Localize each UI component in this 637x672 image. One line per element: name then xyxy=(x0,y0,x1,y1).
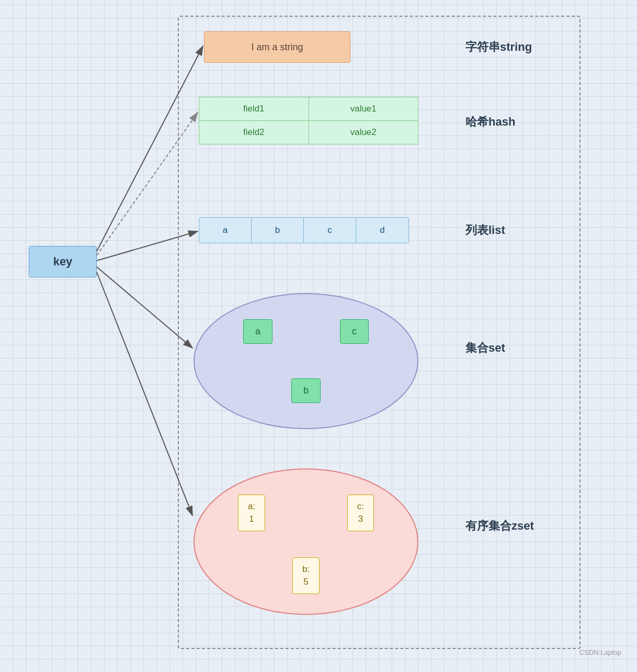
string-type-label: 字符串string xyxy=(465,39,532,55)
set-ellipse: a c b xyxy=(194,293,418,429)
zset-type-label: 有序集合zset xyxy=(465,518,534,534)
string-value: I am a string xyxy=(251,42,303,53)
hash-table: field1 value1 field2 value2 xyxy=(199,97,418,144)
hash-field-1: field1 xyxy=(199,97,309,120)
hash-row-2: field2 value2 xyxy=(199,121,418,144)
set-item-b: b xyxy=(291,378,321,403)
zset-ellipse: a: 1 c: 3 b: 5 xyxy=(194,468,418,615)
key-label: key xyxy=(53,255,73,268)
hash-field-2: field2 xyxy=(199,121,309,144)
set-type-label: 集合set xyxy=(465,340,505,356)
set-inner: a c b xyxy=(238,309,374,413)
string-box: I am a string xyxy=(204,31,350,63)
watermark: CSDN:Laptop xyxy=(579,648,621,656)
zset-item-a: a: 1 xyxy=(238,495,265,531)
key-box: key xyxy=(29,246,97,277)
zset-inner: a: 1 c: 3 b: 5 xyxy=(235,487,377,597)
hash-value-1: value1 xyxy=(309,97,418,120)
hash-row-1: field1 value1 xyxy=(199,97,418,121)
list-type-label: 列表list xyxy=(465,222,505,238)
list-item-0: a xyxy=(199,218,252,243)
set-item-c: c xyxy=(340,319,369,344)
list-item-3: d xyxy=(356,218,408,243)
zset-item-b: b: 5 xyxy=(292,557,320,594)
list-item-1: b xyxy=(252,218,304,243)
hash-type-label: 哈希hash xyxy=(465,114,515,130)
list-row: a b c d xyxy=(199,217,409,243)
zset-item-c: c: 3 xyxy=(347,495,374,531)
list-item-2: c xyxy=(304,218,356,243)
hash-value-2: value2 xyxy=(309,121,418,144)
set-item-a: a xyxy=(243,319,272,344)
